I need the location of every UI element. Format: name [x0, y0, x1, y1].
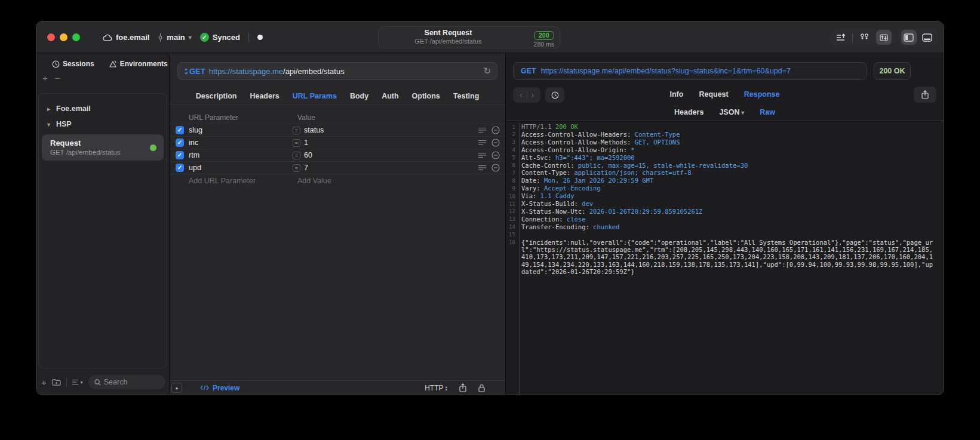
param-row-actions	[478, 164, 500, 172]
tab-options[interactable]: Options	[412, 92, 440, 100]
code-line: 9Vary: Accept-Encoding	[506, 184, 944, 192]
chevron-down-icon: ▾	[739, 109, 744, 116]
code-line: 13Connection: close	[506, 216, 944, 223]
tab-testing[interactable]: Testing	[453, 92, 480, 100]
new-folder-icon[interactable]	[52, 379, 61, 386]
add-request-button[interactable]: +	[41, 377, 47, 387]
row-options-icon[interactable]	[478, 152, 486, 158]
line-number: 11	[506, 200, 515, 208]
expand-panel-button[interactable]: ▲	[171, 383, 182, 393]
tab-info[interactable]: Info	[670, 90, 684, 99]
tab-auth[interactable]: Auth	[382, 92, 398, 100]
sent-request-url[interactable]: GET https://statuspage.me/api/embed/stat…	[513, 62, 867, 80]
view-tab-raw[interactable]: Raw	[760, 108, 775, 116]
synced-check-icon: ✓	[200, 33, 209, 42]
tree-group-label: HSP	[56, 120, 72, 128]
tab-response[interactable]: Response	[744, 90, 780, 99]
tree-group-foe-email[interactable]: ▸ Foe.email	[39, 101, 167, 116]
param-name-cell[interactable]: upd	[189, 164, 281, 172]
export-button[interactable]	[833, 30, 849, 45]
param-enabled-checkbox[interactable]: ✓	[176, 151, 184, 159]
param-row: ✓slug=status	[170, 124, 505, 137]
param-value-cell[interactable]: 1	[304, 139, 478, 147]
share-request-icon[interactable]	[459, 383, 466, 392]
branch-menu[interactable]: main ▾	[158, 33, 191, 42]
line-number: 2	[506, 131, 515, 139]
tab-url-params[interactable]: URL Params	[293, 92, 337, 100]
code-line: 5Alt-Svc: h3=":443"; ma=2592000	[506, 154, 944, 162]
row-options-icon[interactable]	[478, 165, 486, 171]
tab-body[interactable]: Body	[350, 92, 368, 100]
param-name-cell[interactable]: slug	[189, 126, 281, 134]
tab-description[interactable]: Description	[196, 92, 237, 100]
method-stepper-icon	[184, 68, 188, 75]
code-line: 16{"incidents":null,"overall":{"code":"o…	[506, 239, 944, 276]
code-line: 15	[506, 231, 944, 239]
toggle-sidebar-button[interactable]	[901, 30, 917, 45]
zoom-window-button[interactable]	[72, 33, 80, 41]
param-enabled-checkbox[interactable]: ✓	[176, 139, 184, 147]
table-header: URL Parameter Value	[170, 111, 505, 124]
row-options-icon[interactable]	[478, 140, 486, 146]
titlebar-divider	[248, 33, 249, 42]
add-session-button[interactable]: +	[42, 73, 48, 83]
request-item-title: Request	[50, 139, 156, 147]
minimize-window-button[interactable]	[60, 33, 67, 41]
param-row-actions	[478, 151, 500, 159]
protocol-selector[interactable]: HTTP ▴▾	[425, 384, 447, 392]
tab-request[interactable]: Request	[699, 90, 728, 99]
view-tab-json[interactable]: JSON ▾	[719, 108, 744, 116]
line-number: 1	[506, 123, 515, 131]
param-row: ✓rtm=60	[170, 149, 505, 162]
remove-row-icon[interactable]	[491, 126, 500, 134]
protocol-stepper-icon: ▴▾	[445, 385, 447, 391]
compare-branches-button[interactable]	[857, 30, 873, 45]
raw-response-text: 1HTTP/1.1 200 OK2Access-Control-Allow-He…	[506, 123, 944, 395]
sync-requests-button[interactable]	[876, 30, 892, 45]
remove-row-icon[interactable]	[491, 139, 500, 147]
line-number: 3	[506, 139, 515, 146]
sort-list-icon[interactable]: ▾	[72, 379, 83, 385]
preview-button[interactable]: Preview	[200, 384, 239, 392]
sync-status[interactable]: ✓ Synced	[200, 33, 240, 42]
param-enabled-checkbox[interactable]: ✓	[176, 126, 184, 134]
protocol-label: HTTP	[425, 384, 443, 392]
session-tree-panel: ▸ Foe.email ▾ HSP Request GET /api/embed…	[38, 93, 167, 368]
project-menu[interactable]: foe.email	[102, 33, 149, 42]
line-content: HTTP/1.1 200 OK	[521, 123, 935, 131]
param-row: ✓inc=1	[170, 137, 505, 149]
remove-session-button[interactable]: −	[55, 73, 60, 83]
toggle-bottom-panel-button[interactable]	[919, 30, 935, 45]
remove-row-icon[interactable]	[491, 164, 500, 172]
lock-icon[interactable]	[478, 384, 485, 392]
search-input[interactable]: Search	[88, 375, 165, 389]
param-value-cell[interactable]: 7	[304, 164, 478, 172]
param-row: ✓upd=7	[170, 162, 505, 174]
param-value-cell[interactable]: status	[304, 126, 478, 134]
param-enabled-checkbox[interactable]: ✓	[176, 164, 184, 172]
param-name-cell[interactable]: rtm	[189, 151, 281, 159]
resend-icon[interactable]: ↻	[483, 66, 491, 76]
view-tab-headers[interactable]: Headers	[674, 108, 703, 116]
row-options-icon[interactable]	[478, 127, 486, 133]
tab-headers[interactable]: Headers	[250, 92, 279, 100]
param-value-cell[interactable]: 60	[304, 151, 478, 159]
close-window-button[interactable]	[47, 33, 55, 41]
tab-sessions[interactable]: Sessions	[52, 60, 94, 68]
method-selector[interactable]: GET	[184, 67, 205, 76]
tree-group-hsp[interactable]: ▾ HSP	[39, 116, 167, 132]
param-name-cell[interactable]: inc	[189, 139, 281, 147]
url-input[interactable]: GET https://statuspage.me /api/embed/sta…	[177, 62, 497, 80]
line-content: Vary: Accept-Encoding	[521, 184, 935, 192]
line-content: Cache-Control: public, max-age=15, stale…	[521, 162, 935, 170]
line-number: 5	[506, 154, 515, 162]
request-status-pill[interactable]: Sent Request GET /api/embed/status 200 2…	[378, 26, 560, 48]
remove-row-icon[interactable]	[491, 151, 500, 159]
environments-icon	[109, 60, 117, 68]
tab-environments[interactable]: Environments	[109, 60, 168, 68]
request-list-item-selected[interactable]: Request GET /api/embed/status	[42, 134, 164, 161]
line-number: 15	[506, 231, 515, 239]
add-param-placeholder[interactable]: Add URL Parameter	[189, 177, 297, 185]
add-value-placeholder[interactable]: Add Value	[297, 177, 331, 185]
line-number: 12	[506, 208, 515, 216]
